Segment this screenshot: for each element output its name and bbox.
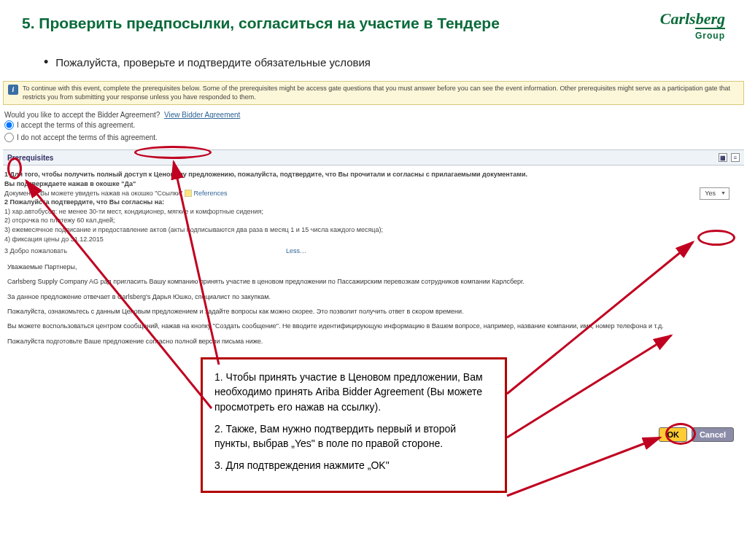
prereq-item-3: 3 Добро пожаловать <box>4 247 67 254</box>
prereq-sub-3: 3) ежемесячное подписание и предоставлен… <box>4 225 743 235</box>
radio-accept-input[interactable] <box>4 120 14 130</box>
view-bidder-agreement-link[interactable]: View Bidder Agreement <box>164 111 240 119</box>
letter-p3: За данное предложение отвечает в Carlsbe… <box>7 292 740 302</box>
section-tool-icons: ▦ ≡ <box>717 153 740 162</box>
letter-p5: Вы можете воспользоваться центром сообще… <box>7 321 740 331</box>
radio-accept-label: I accept the terms of this agreement. <box>17 121 135 129</box>
prereq-sub-4: 4) фиксация цены до 31.12.2015 <box>4 235 743 244</box>
grid-icon[interactable]: ▦ <box>719 153 727 162</box>
letter-p2: Carlsberg Supply Company AG рад пригласи… <box>7 276 740 287</box>
callout-step-2: 2. Также, Вам нужно подтвердить первый и… <box>214 421 493 451</box>
page-title: 5. Проверить предпосылки, согласиться на… <box>22 13 500 33</box>
less-link[interactable]: Less… <box>286 247 306 254</box>
prereq-item-2: 2 Пожалуйста подтвердите, что Вы согласн… <box>4 198 743 207</box>
info-banner: i To continue with this event, complete … <box>3 81 744 105</box>
menu-icon[interactable]: ≡ <box>731 153 740 162</box>
prereq-item-1b: Вы подтверждаете нажав в окошке "Да" <box>4 179 743 189</box>
callout-step-3: 3. Для подтвреждения нажмите „OK" <box>214 458 493 472</box>
radio-decline-label: I do not accept the terms of this agreem… <box>17 133 158 141</box>
prereq-item-1: 1 Для того, чтобы получить полный доступ… <box>4 170 743 179</box>
logo-main: Carlsberg <box>660 9 725 28</box>
callout-step-1: 1. Чтобы принять участие в Ценовом предл… <box>214 370 493 414</box>
references-link[interactable]: References <box>193 190 227 197</box>
radio-accept[interactable]: I accept the terms of this agreement. <box>3 119 744 131</box>
letter-p1: Уважаемые Партнеры, <box>7 262 740 272</box>
agreement-question: Would you like to accept the Bidder Agre… <box>4 111 160 119</box>
prerequisites-label: Prerequisites <box>7 154 53 162</box>
info-icon: i <box>8 85 18 95</box>
brand-logo: Carlsberg Group <box>660 9 725 42</box>
logo-sub: Group <box>695 28 725 41</box>
letter-p4: Пожалуйста, ознакомьтесь с данным Ценовы… <box>7 306 740 316</box>
svg-line-4 <box>507 438 660 496</box>
info-text: To continue with this event, complete th… <box>23 85 739 101</box>
ariba-screenshot: i To continue with this event, complete … <box>3 81 744 357</box>
radio-decline-input[interactable] <box>4 133 14 142</box>
letter-p6: Пожалуйста подготовьте Ваше предложение … <box>7 336 740 346</box>
ok-button[interactable]: OK <box>659 427 687 442</box>
instruction-callout: 1. Чтобы принять участие в Ценовом предл… <box>201 357 507 493</box>
prerequisites-body: 1 Для того, чтобы получить полный доступ… <box>3 166 744 255</box>
prerequisites-header: Prerequisites ▦ ≡ <box>3 149 744 166</box>
radio-decline[interactable]: I do not accept the terms of this agreem… <box>3 131 744 144</box>
docs-hint: Документы Вы можете увидеть нажав на око… <box>4 190 182 197</box>
prereq-sub-2: 2) отсрочка по платежу 60 кал.дней; <box>4 216 743 225</box>
prereq-sub-1: 1) хар.автобусов: не менее 30-ти мест, к… <box>4 207 743 217</box>
intro-bullet: Пожалуйста, проверьте и подтвердите обяз… <box>0 49 747 77</box>
folder-icon[interactable] <box>185 190 192 197</box>
yes-dropdown[interactable]: Yes <box>700 187 729 200</box>
welcome-letter: Уважаемые Партнеры, Carlsberg Supply Com… <box>3 256 744 357</box>
cancel-button[interactable]: Cancel <box>692 427 734 442</box>
